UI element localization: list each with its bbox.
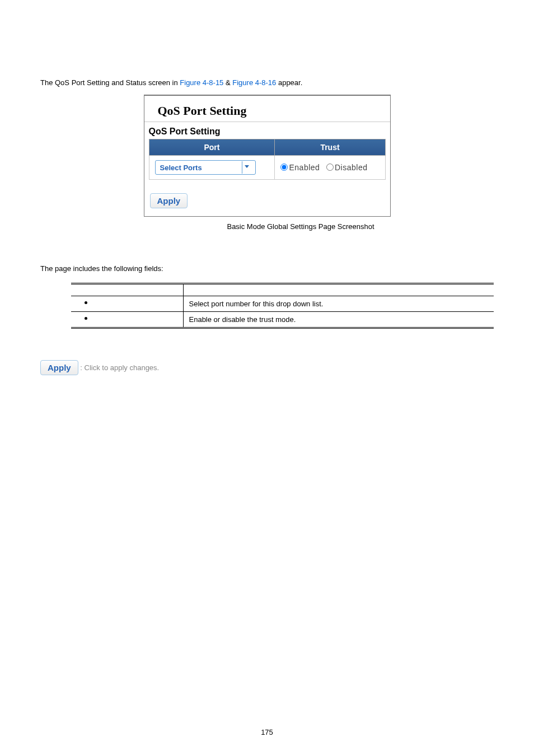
- field-desc-cell: Select port number for this drop down li…: [183, 296, 494, 312]
- fields-header-description: [183, 284, 494, 296]
- qos-settings-table: Port Trust Select Ports E: [149, 139, 386, 180]
- apply-button-description: : Click to apply changes.: [80, 363, 159, 372]
- field-object-cell: [71, 296, 183, 312]
- port-select-dropdown[interactable]: Select Ports: [155, 160, 256, 175]
- trust-enabled-radio[interactable]: [280, 164, 288, 171]
- apply-button[interactable]: Apply: [150, 193, 188, 208]
- screenshot-caption: Basic Mode Global Settings Page Screensh…: [144, 222, 391, 231]
- qos-port-setting-screenshot: QoS Port Setting QoS Port Setting Port T…: [144, 95, 391, 217]
- trust-disabled-label: Disabled: [335, 163, 367, 172]
- intro-and: &: [223, 78, 232, 87]
- qos-port-setting-subtitle: QoS Port Setting: [144, 122, 390, 139]
- apply-button-inline[interactable]: Apply: [40, 360, 78, 375]
- fields-table: Select port number for this drop down li…: [71, 283, 494, 329]
- trust-enabled-label: Enabled: [289, 163, 320, 172]
- bullet-icon: [85, 301, 87, 304]
- field-desc-cell: Enable or disable the trust mode.: [183, 312, 494, 328]
- intro-text-prefix: The QoS Port Setting and Status screen i…: [40, 78, 180, 87]
- figure-link-1[interactable]: Figure 4-8-15: [180, 78, 223, 87]
- caption-text: Basic Mode Global Settings Page Screensh…: [227, 222, 374, 231]
- figure-link-2[interactable]: Figure 4-8-16: [232, 78, 276, 87]
- bullet-icon: [85, 317, 87, 320]
- intro-text-suffix: appear.: [276, 78, 302, 87]
- field-object-cell: [71, 312, 183, 328]
- table-row: Enable or disable the trust mode.: [71, 312, 494, 328]
- qos-col-trust: Trust: [275, 139, 385, 156]
- qos-port-setting-title: QoS Port Setting: [144, 96, 390, 122]
- trust-disabled-radio[interactable]: [326, 164, 334, 171]
- trust-radio-group: Enabled Disabled: [280, 163, 379, 172]
- svg-marker-0: [245, 165, 249, 168]
- qos-col-port: Port: [149, 139, 275, 156]
- table-row: Select port number for this drop down li…: [71, 296, 494, 312]
- chevron-down-icon: [242, 161, 252, 174]
- port-select-label: Select Ports: [160, 164, 202, 172]
- intro-paragraph: The QoS Port Setting and Status screen i…: [40, 78, 494, 87]
- fields-intro-text: The page includes the following fields:: [40, 264, 494, 273]
- fields-header-object: [71, 284, 183, 296]
